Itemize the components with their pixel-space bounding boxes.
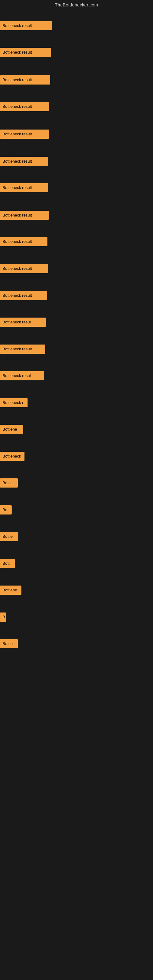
bottleneck-result-item[interactable]: Bottleneck resul xyxy=(0,318,46,327)
bottleneck-result-item[interactable]: Bottlene xyxy=(0,425,23,434)
bottleneck-result-item[interactable]: Bottleneck result xyxy=(0,237,48,246)
bottleneck-result-item[interactable]: Bottle xyxy=(0,639,18,648)
site-title: TheBottlenecker.com xyxy=(0,0,153,10)
bottleneck-result-item[interactable]: Bottleneck result xyxy=(0,21,52,30)
bottleneck-result-item[interactable]: Bottleneck result xyxy=(0,183,48,192)
bottleneck-result-item[interactable]: Bottleneck result xyxy=(0,345,45,354)
bottleneck-result-item[interactable]: Bo xyxy=(0,505,12,514)
bottleneck-result-item[interactable]: Bottleneck result xyxy=(0,157,48,166)
bottleneck-result-item[interactable]: B xyxy=(0,612,6,622)
bottleneck-result-item[interactable]: Bottle xyxy=(0,478,18,488)
bottleneck-result-item[interactable]: Bottleneck result xyxy=(0,291,47,300)
bottleneck-result-item[interactable]: Bottleneck r xyxy=(0,398,27,407)
bottleneck-result-item[interactable]: Bottleneck result xyxy=(0,48,51,57)
bottleneck-result-item[interactable]: Bottleneck result xyxy=(0,264,48,273)
bottleneck-result-item[interactable]: Bottleneck resul xyxy=(0,371,44,380)
bottleneck-result-item[interactable]: Bottle xyxy=(0,532,18,541)
bottleneck-result-item[interactable]: Bottleneck result xyxy=(0,75,50,84)
bottleneck-result-item[interactable]: Bottleneck result xyxy=(0,211,49,220)
bottleneck-result-item[interactable]: Bottleneck xyxy=(0,452,24,461)
bottleneck-result-item[interactable]: Bottlene xyxy=(0,585,21,595)
bottleneck-result-item[interactable]: Bottleneck result xyxy=(0,130,49,139)
bottleneck-result-item[interactable]: Bottleneck result xyxy=(0,102,49,111)
bottleneck-result-item[interactable]: Bott xyxy=(0,559,15,568)
